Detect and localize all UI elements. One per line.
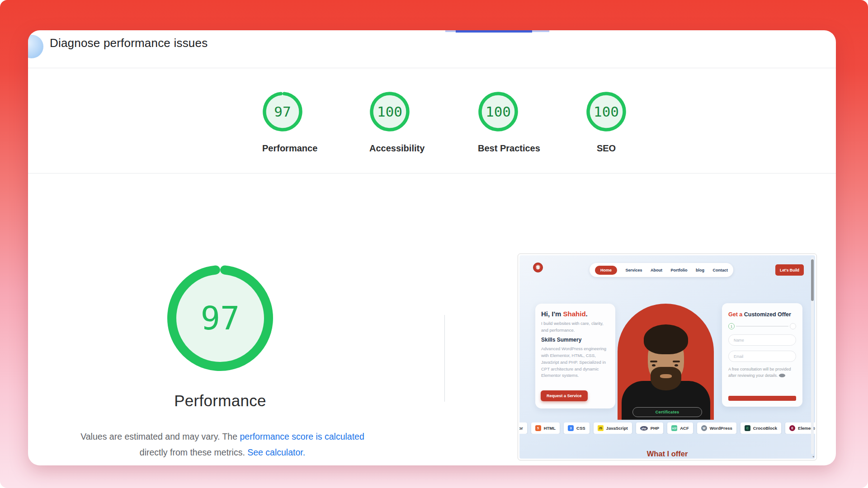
stepper-line <box>736 326 788 327</box>
portrait-brow <box>650 361 657 362</box>
crocoblock-icon: C <box>745 425 750 431</box>
scores-divider <box>28 173 836 174</box>
section-title: Diagnose performance issues <box>50 36 208 50</box>
lighthouse-report-card: Diagnose performance issues 97 Performan… <box>28 30 836 465</box>
portrait-brow <box>673 361 680 362</box>
preview-offer-card: Get a Customized Offer 1 Name Email A fr… <box>722 303 802 407</box>
preview-name-field: Name <box>728 334 796 346</box>
preview-offer-submit-bar <box>728 396 796 401</box>
page-background: Diagnose performance issues 97 Performan… <box>0 0 868 488</box>
preview-nav-services: Services <box>626 268 642 272</box>
score-item-performance[interactable]: 97 Performance <box>262 91 303 154</box>
css-icon: 3 <box>568 425 574 431</box>
preview-email-field: Email <box>728 351 796 362</box>
score-label: SEO <box>586 143 627 154</box>
preview-skills-title: Skills Summery <box>541 337 609 343</box>
score-value: 100 <box>478 91 519 132</box>
score-value: 100 <box>369 91 410 132</box>
javascript-icon: JS <box>598 425 604 431</box>
acf-icon: ACF <box>671 425 677 431</box>
preview-navbar: Home Services About Portfolio blog Conta… <box>590 263 733 277</box>
preview-offer-note: A free consultation will be provided aft… <box>728 366 796 379</box>
badge-label: PHP <box>651 426 660 431</box>
preview-nav-contact: Contact <box>712 268 728 272</box>
html-icon: 5 <box>535 425 541 431</box>
badge-javascript: JSJavaScript <box>594 422 632 434</box>
score-label: Accessibility <box>369 143 410 154</box>
stepper-step-2 <box>790 323 796 329</box>
badge-acf: ACFACF <box>667 422 693 434</box>
badge-label: CrocoBlock <box>753 426 777 431</box>
portrait-beard <box>651 367 681 390</box>
gauge-footnote: Values are estimated and may vary. The p… <box>39 429 406 460</box>
php-icon: php <box>640 426 648 431</box>
badge-label: JavaScript <box>606 426 628 431</box>
eye-icon <box>779 374 785 377</box>
preview-portrait <box>618 304 714 420</box>
score-item-accessibility[interactable]: 100 Accessibility <box>369 91 410 154</box>
badge-php: phpPHP <box>636 422 664 434</box>
site-preview: S Home Services About Portfolio blog Con… <box>519 255 815 459</box>
preview-hero-title: Hi, I'm Shahid. <box>541 310 609 318</box>
preview-certificates-pill: Certificates <box>632 407 702 417</box>
footnote-text-1: Values are estimated and may vary. The <box>80 432 240 441</box>
score-value: 100 <box>586 91 627 132</box>
stepper-step-1: 1 <box>728 323 735 329</box>
preview-request-service-button: Request a Service <box>541 390 588 401</box>
badge-elementor-partial: tor <box>519 422 527 434</box>
offer-title-accent: Get a <box>728 311 744 318</box>
hero-title-prefix: Hi, I'm <box>541 310 563 318</box>
performance-gauge: 97 <box>161 259 279 377</box>
offer-title-rest: Customized Offer <box>744 311 791 318</box>
preview-offer-stepper: 1 <box>728 323 796 329</box>
badge-crocoblock: CCrocoBlock <box>741 422 781 434</box>
footnote-text-2: directly from these metrics. <box>140 447 247 457</box>
preview-nav-home: Home <box>595 266 617 275</box>
preview-nav-blog: blog <box>696 268 704 272</box>
preview-offer-title: Get a Customized Offer <box>728 311 796 318</box>
badge-wordpress: WWordPress <box>697 422 736 434</box>
badge-label: tor <box>519 426 523 431</box>
site-screenshot-thumbnail: S Home Services About Portfolio blog Con… <box>518 253 817 460</box>
portrait-eye <box>652 364 656 366</box>
preview-nav-about: About <box>651 268 662 272</box>
preview-tech-badges: tor 5HTML 3CSS JSJavaScript phpPHP ACFAC… <box>519 422 815 434</box>
tab-indicator <box>456 30 532 33</box>
preview-logo: S <box>533 263 543 272</box>
vertical-divider <box>444 315 445 402</box>
preview-hero-card: Hi, I'm Shahid. I build websites with ca… <box>535 304 615 408</box>
portrait-mouth <box>660 374 672 378</box>
badge-label: WordPress <box>710 426 732 431</box>
portrait-eye <box>675 364 678 366</box>
preview-hero-subtitle: I build websites with care, clarity, and… <box>541 320 609 333</box>
preview-section-title: What I offer <box>519 450 815 458</box>
preview-scrollbar <box>811 257 814 454</box>
badge-css: 3CSS <box>564 422 590 434</box>
header-bubble-icon <box>28 35 43 58</box>
badge-html: 5HTML <box>531 422 560 434</box>
preview-lets-build-button: Let's Build <box>775 264 804 276</box>
badge-label: ACF <box>680 426 689 431</box>
portrait-hair <box>644 324 688 354</box>
see-calculator-link[interactable]: See calculator. <box>247 447 305 457</box>
badge-label: HTML <box>544 426 556 431</box>
wordpress-icon: W <box>701 425 707 431</box>
score-label: Best Practices <box>478 143 519 154</box>
header-divider <box>28 68 836 68</box>
score-item-best-practices[interactable]: 100 Best Practices <box>478 91 519 154</box>
preview-skills-text: Advanced WordPress engineering with Elem… <box>541 346 609 379</box>
score-item-seo[interactable]: 100 SEO <box>586 91 627 154</box>
preview-nav-portfolio: Portfolio <box>671 268 688 272</box>
elementor-icon: E <box>789 425 795 431</box>
scroll-down-arrow-icon: ▾ <box>812 455 814 459</box>
hero-title-suffix: . <box>586 310 588 318</box>
gauge-label: Performance <box>85 392 356 410</box>
hero-title-name: Shahid <box>563 310 586 318</box>
score-value: 97 <box>262 91 303 132</box>
gauge-value: 97 <box>161 259 279 377</box>
preview-scrollbar-thumb <box>811 259 814 301</box>
score-label: Performance <box>262 143 303 154</box>
performance-score-link[interactable]: performance score is calculated <box>240 432 364 441</box>
badge-label: CSS <box>576 426 585 431</box>
